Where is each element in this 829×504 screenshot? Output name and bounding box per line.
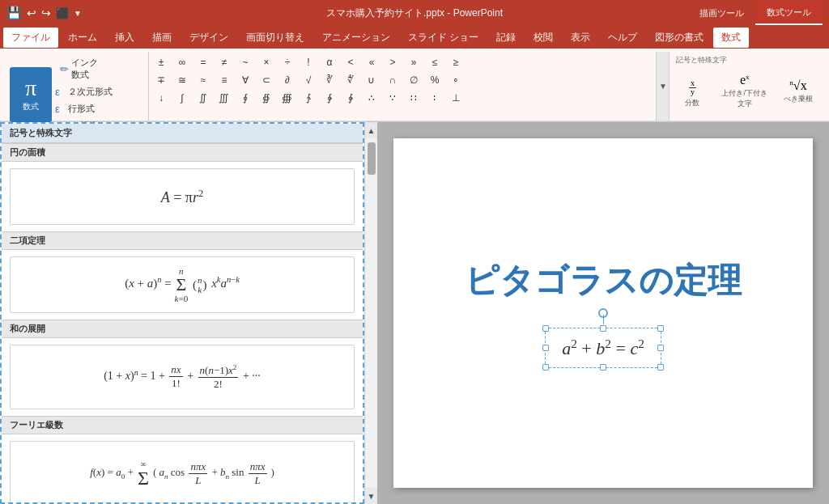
symbol-partial[interactable]: ∂	[277, 71, 298, 89]
eq-card-circle[interactable]: A = πr2	[10, 168, 355, 225]
symbol-forall[interactable]: ∀	[235, 71, 256, 89]
section-fourier: フーリエ級数	[2, 416, 363, 434]
handle-bottom-left[interactable]	[542, 364, 549, 371]
menu-shape-format[interactable]: 図形の書式	[647, 28, 712, 48]
symbol-int3[interactable]: ∲	[319, 89, 340, 107]
dim-formula-button[interactable]: ２次元形式	[63, 84, 117, 100]
symbol-inf[interactable]: ∞	[172, 53, 193, 71]
dropdown-icon[interactable]: ▼	[74, 9, 82, 18]
slide-canvas: ピタゴラスの定理 a2 + b2 = c2	[393, 138, 813, 488]
eq-card-fourier[interactable]: f(x) = a0 + ∞ Σ ( an cos nπx L + bn sin …	[10, 441, 355, 504]
handle-bottom-middle[interactable]	[600, 364, 606, 371]
symbol-gt[interactable]: >	[382, 53, 403, 71]
symbol-pm[interactable]: ±	[151, 53, 172, 71]
symbol-row-2: ∓ ≅ ≈ ≡ ∀ ⊂ ∂ √ ∛ ∜ ∪ ∩ ∅ % ∘	[151, 71, 655, 89]
save-icon[interactable]: 💾	[6, 6, 22, 20]
drawing-tool-tab[interactable]: 描画ツール	[688, 2, 755, 24]
menu-transitions[interactable]: 画面切り替え	[238, 28, 312, 48]
menu-record[interactable]: 記録	[488, 28, 524, 48]
handle-middle-left[interactable]	[542, 345, 549, 351]
symbol-cap[interactable]: ∩	[382, 71, 403, 89]
menu-help[interactable]: ヘルプ	[600, 28, 645, 48]
symbol-lt[interactable]: <	[340, 53, 361, 71]
symbol-times[interactable]: ×	[256, 53, 277, 71]
fraction-button[interactable]: x y 分数	[676, 72, 708, 111]
customize-icon[interactable]: ⬛	[56, 7, 69, 19]
equation-big-button[interactable]: π 数式	[10, 67, 52, 122]
menu-animations[interactable]: アニメーション	[314, 28, 398, 48]
menu-draw[interactable]: 描画	[144, 28, 180, 48]
symbol-div[interactable]: ÷	[277, 53, 298, 71]
equation-container[interactable]: a2 + b2 = c2	[545, 328, 661, 368]
symbol-sqrt[interactable]: √	[298, 71, 319, 89]
symbol-ratio[interactable]: ∶	[424, 89, 445, 107]
ink-equation-row: ✏ インク 数式	[55, 55, 138, 83]
symbol-proportion[interactable]: ∷	[403, 89, 424, 107]
menu-insert[interactable]: 挿入	[107, 28, 142, 48]
ink-equation-button[interactable]: ✏ インク 数式	[55, 55, 103, 83]
handle-top-right[interactable]	[657, 325, 664, 332]
symbol-darrow[interactable]: ↓	[151, 89, 172, 107]
handle-bottom-right[interactable]	[657, 364, 664, 371]
scroll-up-button[interactable]: ▲	[365, 122, 377, 138]
undo-icon[interactable]: ↩	[27, 6, 36, 19]
eq-card-sum[interactable]: (1 + x)n = 1 + nx 1! + n(n−1)x2 2! + ···	[10, 345, 355, 409]
symbol-qdrt[interactable]: ∜	[340, 71, 361, 89]
menu-view[interactable]: 表示	[563, 28, 598, 48]
slide-title[interactable]: ピタゴラスの定理	[465, 258, 742, 303]
symbol-ll[interactable]: «	[361, 53, 382, 71]
symbol-empty[interactable]: ∅	[403, 71, 424, 89]
symbol-mp[interactable]: ∓	[151, 71, 172, 89]
fraction-icon: x y	[689, 75, 696, 96]
scroll-down-button[interactable]: ▼	[365, 488, 377, 504]
symbol-iiint[interactable]: ∭	[214, 89, 235, 107]
symbol-equiv[interactable]: ≡	[214, 71, 235, 89]
eq-card-binomial[interactable]: (x + a)n = n Σ k=0 ( n k ) xkan−k	[10, 256, 355, 313]
symbol-perp[interactable]: ⊥	[445, 89, 466, 107]
redo-icon[interactable]: ↪	[41, 6, 51, 19]
menu-file[interactable]: ファイル	[3, 28, 58, 48]
symbol-leq[interactable]: ≤	[424, 53, 445, 71]
handle-top-left[interactable]	[542, 325, 549, 332]
symbol-geq[interactable]: ≥	[445, 53, 466, 71]
menu-home[interactable]: ホーム	[60, 28, 105, 48]
eq-binomial-formula: (x + a)n = n Σ k=0 ( n k ) xkan−k	[125, 266, 240, 303]
symbol-excl[interactable]: !	[298, 53, 319, 71]
symbol-oint[interactable]: ∮	[235, 89, 256, 107]
gallery-scrollbar[interactable]: ▲ ▼	[364, 122, 377, 504]
symbol-row-1: ± ∞ = ≠ ~ × ÷ ! α < « > » ≤ ≥	[151, 53, 655, 71]
equation-selection-box[interactable]: a2 + b2 = c2	[545, 328, 661, 368]
symbol-because[interactable]: ∵	[382, 89, 403, 107]
symbol-oiint[interactable]: ∯	[256, 89, 277, 107]
ribbon-scroll-more[interactable]: ▼	[656, 52, 669, 121]
symbol-ring[interactable]: ∘	[445, 71, 466, 89]
menu-review[interactable]: 校閲	[525, 28, 561, 48]
symbol-alpha[interactable]: α	[319, 53, 340, 71]
symbol-int2[interactable]: ∱	[298, 89, 319, 107]
symbol-int[interactable]: ∫	[172, 89, 193, 107]
symbol-cong[interactable]: ≅	[172, 71, 193, 89]
symbol-subset[interactable]: ⊂	[256, 71, 277, 89]
symbol-therefore[interactable]: ∴	[361, 89, 382, 107]
symbol-approx[interactable]: ≈	[193, 71, 214, 89]
symbol-eq[interactable]: =	[193, 53, 214, 71]
symbol-iint[interactable]: ∬	[193, 89, 214, 107]
menu-design[interactable]: デザイン	[181, 28, 236, 48]
handle-top-middle[interactable]	[600, 325, 606, 332]
symbol-tilde[interactable]: ~	[235, 53, 256, 71]
dim-formula-row: ε ２次元形式	[55, 84, 138, 100]
symbol-cup[interactable]: ∪	[361, 71, 382, 89]
symbol-cbrt[interactable]: ∛	[319, 71, 340, 89]
menu-slideshow[interactable]: スライド ショー	[400, 28, 487, 48]
symbol-int4[interactable]: ∳	[340, 89, 361, 107]
symbol-gg[interactable]: »	[403, 53, 424, 71]
symbol-oiiint[interactable]: ∰	[277, 89, 298, 107]
handle-middle-right[interactable]	[657, 345, 664, 351]
menu-equation[interactable]: 数式	[713, 28, 749, 48]
equation-tool-tab[interactable]: 数式ツール	[755, 2, 823, 25]
radical-button[interactable]: n√x べき乗根	[780, 72, 816, 111]
superscript-button[interactable]: ex 上付き/下付き 文字	[718, 72, 771, 111]
symbol-neq[interactable]: ≠	[214, 53, 235, 71]
symbol-pct[interactable]: %	[424, 71, 445, 89]
linear-button[interactable]: 行形式	[63, 101, 100, 116]
